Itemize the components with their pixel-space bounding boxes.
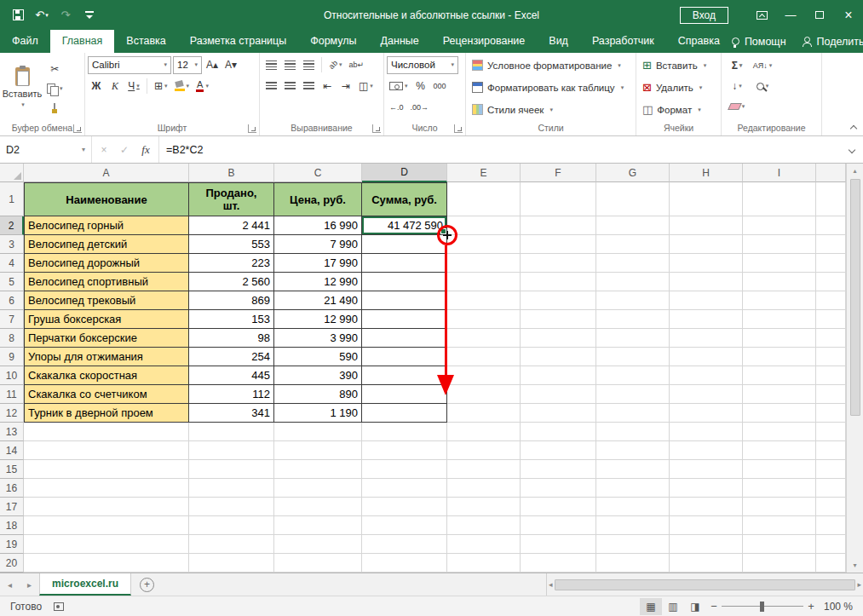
cell-F13[interactable] — [521, 423, 596, 441]
view-page-layout-button[interactable]: ▥ — [662, 598, 684, 615]
cell-A2[interactable]: Велосипед горный — [24, 216, 189, 235]
cell-I12[interactable] — [743, 404, 816, 423]
cell-C8[interactable]: 3 990 — [274, 329, 362, 348]
cell-E10[interactable] — [447, 366, 521, 385]
cell-H9[interactable] — [670, 348, 743, 366]
view-normal-button[interactable]: ▦ — [640, 598, 662, 615]
cell-A1[interactable]: Наименование — [24, 182, 189, 216]
cell-C16[interactable] — [274, 479, 362, 498]
cell-G8[interactable] — [596, 329, 670, 348]
cell-I5[interactable] — [743, 273, 816, 291]
cell-F3[interactable] — [521, 235, 596, 254]
cell-G6[interactable] — [596, 291, 670, 310]
cell-B11[interactable]: 112 — [189, 385, 274, 404]
cell-F5[interactable] — [521, 273, 596, 291]
cell-H10[interactable] — [670, 366, 743, 385]
cell-G3[interactable] — [596, 235, 670, 254]
cell-F6[interactable] — [521, 291, 596, 310]
tab-view[interactable]: Вид — [537, 30, 580, 53]
redo-button[interactable]: ↷ — [55, 5, 77, 26]
cell-A10[interactable]: Скакалка скоростная — [24, 366, 189, 385]
cell-A18[interactable] — [24, 516, 189, 535]
fill-color-button[interactable]: ▾ — [172, 78, 193, 95]
cell-H8[interactable] — [670, 329, 743, 348]
cell-E6[interactable] — [447, 291, 521, 310]
row-header-10[interactable]: 10 — [0, 366, 24, 385]
cell-I15[interactable] — [743, 460, 816, 479]
cell-H15[interactable] — [670, 460, 743, 479]
row-header-6[interactable]: 6 — [0, 291, 24, 310]
cell-I13[interactable] — [743, 423, 816, 441]
cell-G11[interactable] — [596, 385, 670, 404]
dialog-launcher-icon[interactable] — [73, 124, 82, 133]
cell-C18[interactable] — [274, 516, 362, 535]
dialog-launcher-icon[interactable] — [454, 124, 463, 133]
cell-F4[interactable] — [521, 254, 596, 273]
tab-review[interactable]: Рецензирование — [431, 30, 538, 53]
cell-D7[interactable] — [362, 310, 447, 329]
cell-I1[interactable] — [743, 182, 816, 216]
scroll-left-button[interactable]: ◂ — [549, 580, 553, 589]
cell-G12[interactable] — [596, 404, 670, 423]
cell-D12[interactable] — [362, 404, 447, 423]
cell-H20[interactable] — [670, 554, 743, 573]
cell-H5[interactable] — [670, 273, 743, 291]
cell-H7[interactable] — [670, 310, 743, 329]
cell-F9[interactable] — [521, 348, 596, 366]
cell-B16[interactable] — [189, 479, 274, 498]
cell-A17[interactable] — [24, 498, 189, 516]
cell-E9[interactable] — [447, 348, 521, 366]
cell-A7[interactable]: Груша боксерская — [24, 310, 189, 329]
number-format-combo[interactable]: Числовой▾ — [387, 56, 458, 74]
cell-E12[interactable] — [447, 404, 521, 423]
cell-B6[interactable]: 869 — [189, 291, 274, 310]
column-header-I[interactable]: I — [743, 164, 816, 182]
cell-G13[interactable] — [596, 423, 670, 441]
tab-data[interactable]: Данные — [369, 30, 431, 53]
align-left-button[interactable] — [262, 78, 279, 95]
underline-button[interactable]: Ч▾ — [125, 78, 142, 95]
cell-C5[interactable]: 12 990 — [274, 273, 362, 291]
cell-G17[interactable] — [596, 498, 670, 516]
cell-H13[interactable] — [670, 423, 743, 441]
column-header-H[interactable]: H — [670, 164, 743, 182]
cell-A16[interactable] — [24, 479, 189, 498]
zoom-in-button[interactable]: + — [803, 600, 819, 613]
scroll-down-button[interactable]: ▾ — [847, 558, 863, 573]
cell-F11[interactable] — [521, 385, 596, 404]
cell-G1[interactable] — [596, 182, 670, 216]
cell-G18[interactable] — [596, 516, 670, 535]
cell-G19[interactable] — [596, 535, 670, 554]
column-header-B[interactable]: B — [189, 164, 274, 182]
cell-C7[interactable]: 12 990 — [274, 310, 362, 329]
font-color-button[interactable]: А▾ — [193, 78, 211, 95]
cell-C10[interactable]: 390 — [274, 366, 362, 385]
conditional-formatting-button[interactable]: Условное форматирование▾ — [469, 55, 633, 75]
cell-H3[interactable] — [670, 235, 743, 254]
cell-H14[interactable] — [670, 441, 743, 460]
cell-D13[interactable] — [362, 423, 447, 441]
cell-B13[interactable] — [189, 423, 274, 441]
cell-H18[interactable] — [670, 516, 743, 535]
cell-D18[interactable] — [362, 516, 447, 535]
cell-C1[interactable]: Цена, руб. — [274, 182, 362, 216]
expand-formula-bar-button[interactable] — [841, 136, 863, 163]
cell-H2[interactable] — [670, 216, 743, 235]
align-right-button[interactable] — [300, 78, 317, 95]
cell-C11[interactable]: 890 — [274, 385, 362, 404]
cell-I19[interactable] — [743, 535, 816, 554]
cell-A3[interactable]: Велосипед детский — [24, 235, 189, 254]
cell-D1[interactable]: Сумма, руб. — [362, 182, 447, 216]
row-header-9[interactable]: 9 — [0, 348, 24, 366]
cell-C2[interactable]: 16 990 — [274, 216, 362, 235]
cell-E15[interactable] — [447, 460, 521, 479]
align-middle-button[interactable] — [281, 56, 298, 74]
zoom-level[interactable]: 100 % — [819, 601, 863, 613]
cell-H19[interactable] — [670, 535, 743, 554]
cell-H12[interactable] — [670, 404, 743, 423]
cell-D10[interactable] — [362, 366, 447, 385]
horizontal-scrollbar[interactable]: ◂ ▸ — [546, 573, 863, 596]
cell-B2[interactable]: 2 441 — [189, 216, 274, 235]
ribbon-display-options-button[interactable] — [747, 3, 776, 27]
decrease-decimal-button[interactable]: .00→ — [408, 99, 432, 117]
